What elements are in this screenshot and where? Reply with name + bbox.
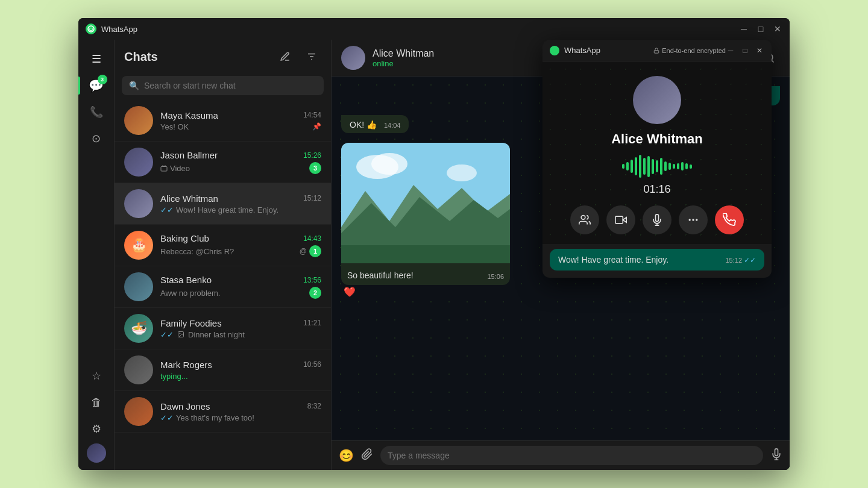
sidebar-calls-button[interactable]: 📞 [84,100,108,124]
pin-icon-maya: 📌 [312,122,321,131]
call-maximize-button[interactable]: □ [740,46,750,55]
sidebar-bottom: ☆ 🗑 ⚙ [84,364,108,463]
chat-preview-baking: Rebecca: @Chris R? [160,247,234,256]
chat-time-stasa: 13:56 [303,276,321,284]
search-input[interactable] [144,81,316,90]
chat-info-maya: Maya Kasuma 14:54 Yes! OK 📌 [160,110,321,131]
video-toggle-button[interactable] [606,205,635,234]
chat-item-stasa[interactable]: Stasa Benko 13:56 Aww no problem. 2 [115,266,331,308]
call-avatar [633,76,681,124]
chat-item-jason[interactable]: Jason Ballmer 15:26 Video 3 [115,142,331,183]
wave-bar-15 [681,162,684,170]
sidebar-starred-button[interactable]: ☆ [84,364,108,388]
sidebar-settings-button[interactable]: ⚙ [84,417,108,441]
avatar-dawn [124,397,153,426]
svg-point-2 [92,28,93,29]
svg-line-12 [772,60,774,63]
avatar-alice [124,189,153,218]
svg-point-23 [581,216,585,220]
message-reaction: ❤️ [344,286,510,298]
chat-name-stasa: Stasa Benko [160,275,212,285]
user-avatar[interactable] [87,443,106,463]
chat-time-family: 11:21 [303,319,321,327]
chat-preview-family: ✓✓ Dinner last night [160,330,245,339]
chat-item-family[interactable]: 🍜 Family Foodies 11:21 ✓✓ Dinner last ni… [115,308,331,349]
sidebar-chats-button[interactable]: 💬 3 [84,74,108,98]
chat-info-family: Family Foodies 11:21 ✓✓ Dinner last nigh… [160,318,321,339]
avatar-jason [124,148,153,177]
chat-preview-jason: Video [160,164,190,173]
wave-bar-13 [673,164,675,169]
chat-item-mark[interactable]: Mark Rogers 10:56 typing... [115,349,331,391]
chat-info-baking: Baking Club 14:43 Rebecca: @Chris R? @ 1 [160,233,321,257]
image-bubble: So beautiful here! 15:06 [341,143,510,285]
chat-list-header: Chats [115,40,331,74]
wave-bar-12 [668,163,671,170]
search-bar: 🔍 [122,76,324,95]
wave-bar-10 [660,158,662,175]
encryption-label: End-to-end encrypted [653,47,726,54]
call-message-time: 15:12 [725,257,742,264]
svg-rect-6 [161,167,167,172]
message-input[interactable] [380,446,763,465]
wave-bar-1 [622,164,624,169]
svg-point-30 [696,219,697,221]
maximize-button[interactable]: □ [756,24,766,34]
call-message-meta: 15:12 ✓✓ [725,256,756,264]
call-close-button[interactable]: ✕ [755,46,764,55]
read-ticks-dawn: ✓✓ [160,413,174,422]
add-participant-button[interactable] [570,205,599,234]
minimize-button[interactable]: ─ [739,24,749,34]
chat-preview-alice: ✓✓ Wow! Have great time. Enjoy. [160,205,278,214]
wave-bar-9 [656,160,658,172]
wave-bar-3 [631,160,633,173]
sidebar-menu-button[interactable]: ☰ [84,47,108,71]
avatar-family: 🍜 [124,314,153,343]
emoji-button[interactable]: 😊 [339,448,354,463]
icon-sidebar: ☰ 💬 3 📞 ⊙ ☆ 🗑 [78,40,115,470]
wave-bar-16 [685,163,688,169]
more-options-button[interactable] [679,205,708,234]
chat-item-dawn[interactable]: Dawn Jones 8:32 ✓✓ Yes that's my fave to… [115,391,331,433]
chat-time-mark: 10:56 [303,360,321,369]
new-chat-button[interactable] [275,47,295,66]
chat-item-baking[interactable]: 🎂 Baking Club 14:43 Rebecca: @Chris R? @… [115,225,331,266]
call-name: Alice Whitman [611,131,703,147]
mute-button[interactable] [643,205,671,234]
chat-preview-stasa: Aww no problem. [160,289,220,298]
svg-rect-19 [341,245,510,263]
settings-icon: ⚙ [92,422,101,436]
mountain-image [341,143,510,263]
chat-time-jason: 15:26 [303,151,321,160]
call-overlay-app-name: WhatsApp [564,46,653,55]
filter-button[interactable] [302,47,321,66]
avatar-baking: 🎂 [124,231,153,260]
sidebar-archive-button[interactable]: 🗑 [84,390,108,414]
chat-item-maya[interactable]: Maya Kasuma 14:54 Yes! OK 📌 [115,100,331,142]
call-minimize-button[interactable]: ─ [726,46,735,55]
time-ok: 14:04 [384,122,401,129]
chat-time-baking: 14:43 [303,234,321,243]
chat-name-family: Family Foodies [160,318,222,328]
wave-bar-4 [635,157,637,175]
attach-button[interactable] [361,448,373,463]
title-bar: WhatsApp ─ □ ✕ [78,18,790,40]
voice-message-button[interactable] [770,448,782,463]
end-call-button[interactable] [715,205,744,234]
chat-info-dawn: Dawn Jones 8:32 ✓✓ Yes that's my fave to… [160,401,321,422]
wave-bar-8 [652,159,654,174]
sidebar-status-button[interactable]: ⊙ [84,127,108,151]
chat-info-alice: Alice Whitman 15:12 ✓✓ Wow! Have great t… [160,193,321,214]
close-button[interactable]: ✕ [773,24,782,34]
status-icon: ⊙ [92,132,101,145]
app-logo [86,23,96,34]
unread-badge-stasa: 2 [309,287,321,299]
chat-time-alice: 15:12 [303,194,321,202]
title-bar-controls: ─ □ ✕ [739,24,782,34]
avatar-maya [124,106,153,135]
chat-preview-mark: typing... [160,372,188,381]
svg-point-29 [693,219,694,221]
chat-item-alice[interactable]: Alice Whitman 15:12 ✓✓ Wow! Have great t… [115,183,331,225]
header-icons [275,47,321,66]
chat-list: Maya Kasuma 14:54 Yes! OK 📌 Ja [115,100,331,470]
